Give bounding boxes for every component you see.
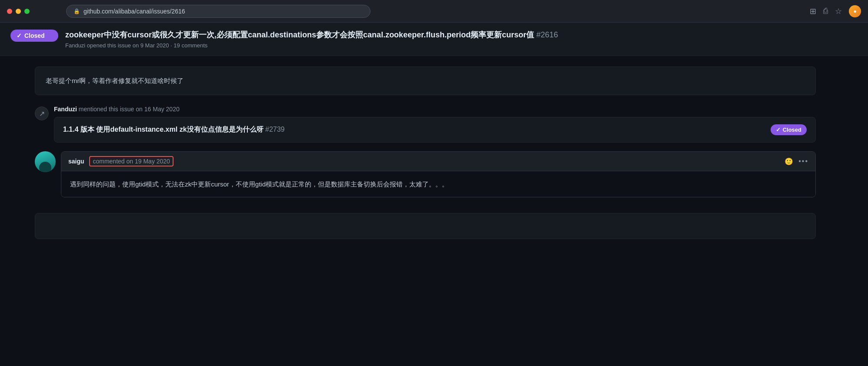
comment-author-name[interactable]: saigu <box>68 158 84 165</box>
mention-content: Fanduzi mentioned this issue on 16 May 2… <box>54 106 816 143</box>
mention-link-title[interactable]: 1.1.4 版本 使用default-instance.xml zk没有位点信息… <box>63 125 284 134</box>
bottom-divider <box>35 213 816 239</box>
maximize-dot[interactable] <box>24 9 30 14</box>
comment-author-date: saigu commented on 19 May 2020 <box>68 156 174 166</box>
minimize-dot[interactable] <box>16 9 21 14</box>
issue-number: #2616 <box>536 30 558 39</box>
comment-section: saigu commented on 19 May 2020 🙂 ••• 遇到同… <box>35 151 816 197</box>
comment-bubble-body: 遇到同样的问题，使用gtid模式，无法在zk中更新cursor，不使用gtid模… <box>61 171 815 197</box>
mention-username[interactable]: Fanduzi <box>54 106 77 113</box>
check-icon: ✓ <box>17 32 22 39</box>
mention-link-number: #2739 <box>265 126 285 133</box>
mention-closed-badge: ✓ Closed <box>771 124 807 135</box>
comment-action-text <box>86 158 88 165</box>
url-text: github.com/alibaba/canal/issues/2616 <box>83 8 185 15</box>
avatar-inner <box>35 151 56 172</box>
issue-header: ✓ Closed zookeeper中没有cursor或很久才更新一次,必须配置… <box>0 23 868 56</box>
browser-traffic-lights <box>7 9 30 14</box>
translate-icon[interactable]: ⊞ <box>810 7 816 16</box>
avatar-silhouette <box>39 162 51 172</box>
comment-header-actions: 🙂 ••• <box>785 157 808 166</box>
mention-closed-label: Closed <box>783 126 801 133</box>
mention-check-icon: ✓ <box>776 126 781 133</box>
comment-bubble-header: saigu commented on 19 May 2020 🙂 ••• <box>61 152 815 171</box>
lock-icon: 🔒 <box>73 8 80 14</box>
main-content: 老哥提个mr啊，等着作者修复就不知道啥时候了 ↗ Fanduzi mention… <box>0 56 826 250</box>
top-comment-text: 老哥提个mr啊，等着作者修复就不知道啥时候了 <box>46 76 805 86</box>
browser-chrome: 🔒 github.com/alibaba/canal/issues/2616 ⊞… <box>0 0 868 23</box>
more-options-icon[interactable]: ••• <box>798 157 808 165</box>
browser-toolbar: ⊞ ⎙ ☆ ● <box>810 5 861 17</box>
spacer <box>35 197 816 206</box>
issue-title: zookeeper中没有cursor或很久才更新一次,必须配置canal.des… <box>65 30 858 40</box>
bookmark-icon[interactable]: ☆ <box>835 7 842 16</box>
cross-reference-icon: ↗ <box>39 110 45 118</box>
mention-row: ↗ Fanduzi mentioned this issue on 16 May… <box>35 106 816 143</box>
share-icon[interactable]: ⎙ <box>823 7 828 16</box>
mention-icon: ↗ <box>35 106 49 120</box>
closed-label: Closed <box>24 32 45 39</box>
top-comment-box: 老哥提个mr啊，等着作者修复就不知道啥时候了 <box>35 67 816 95</box>
emoji-reaction-icon[interactable]: 🙂 <box>785 157 793 166</box>
mention-action: mentioned this issue on <box>79 106 144 113</box>
mention-link-box[interactable]: 1.1.4 版本 使用default-instance.xml zk没有位点信息… <box>54 117 816 143</box>
user-avatar <box>35 151 56 172</box>
mention-header: Fanduzi mentioned this issue on 16 May 2… <box>54 106 816 113</box>
issue-title-section: zookeeper中没有cursor或很久才更新一次,必须配置canal.des… <box>65 30 858 49</box>
profile-avatar[interactable]: ● <box>849 5 861 17</box>
comment-body-text: 遇到同样的问题，使用gtid模式，无法在zk中更新cursor，不使用gtid模… <box>70 178 807 190</box>
comment-bubble: saigu commented on 19 May 2020 🙂 ••• 遇到同… <box>61 151 816 197</box>
closed-badge: ✓ Closed <box>10 30 58 42</box>
issue-meta: Fanduzi opened this issue on 9 Mar 2020 … <box>65 42 858 49</box>
issue-title-text: zookeeper中没有cursor或很久才更新一次,必须配置canal.des… <box>65 30 534 39</box>
mention-date: 16 May 2020 <box>144 106 180 113</box>
address-bar[interactable]: 🔒 github.com/alibaba/canal/issues/2616 <box>66 5 371 18</box>
comment-date-highlighted: commented on 19 May 2020 <box>89 156 173 166</box>
page-content: ✓ Closed zookeeper中没有cursor或很久才更新一次,必须配置… <box>0 23 868 250</box>
close-dot[interactable] <box>7 9 12 14</box>
